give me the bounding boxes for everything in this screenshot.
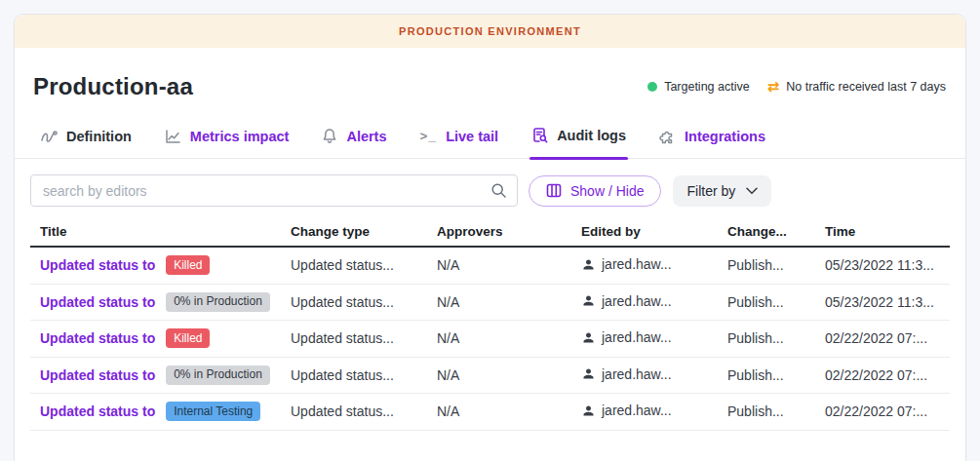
audit-entry-link[interactable]: Updated status to xyxy=(40,403,155,419)
status-badge: Killed xyxy=(166,255,210,275)
tab-live-tail[interactable]: >_ Live tail xyxy=(420,129,499,158)
tab-metrics-impact[interactable]: Metrics impact xyxy=(165,129,290,158)
change-cell: Publish... xyxy=(718,403,815,419)
person-icon xyxy=(581,330,596,345)
traffic-status: ⇄ No traffic received last 7 days xyxy=(767,80,946,95)
audit-entry-link[interactable]: Updated status to xyxy=(40,366,155,382)
table-row[interactable]: Updated status to Killed Updated status.… xyxy=(30,321,950,358)
change-type-cell: Updated status... xyxy=(281,403,427,419)
status-badge: Killed xyxy=(166,328,210,348)
columns-icon xyxy=(546,183,562,198)
tab-bar: Definition Metrics impact Alerts >_ Live… xyxy=(15,100,965,159)
audit-log-icon xyxy=(531,127,548,144)
time-cell: 02/22/2022 07:... xyxy=(815,367,950,383)
tab-label: Metrics impact xyxy=(190,129,290,144)
scribble-icon xyxy=(40,129,58,144)
edited-by-value: jared.haw... xyxy=(602,256,672,272)
puzzle-icon xyxy=(659,128,676,144)
edited-by-value: jared.haw... xyxy=(602,403,672,418)
status-indicators: Targeting active ⇄ No traffic received l… xyxy=(647,80,946,95)
column-header-title[interactable]: Title xyxy=(30,224,281,239)
tab-integrations[interactable]: Integrations xyxy=(659,128,765,158)
approvers-cell: N/A xyxy=(427,294,571,310)
traffic-status-label: No traffic received last 7 days xyxy=(786,80,946,94)
table-body: Updated status to Killed Updated status.… xyxy=(30,248,950,431)
tab-definition[interactable]: Definition xyxy=(40,129,132,158)
edited-by-cell: jared.haw... xyxy=(571,256,718,275)
chevron-down-icon xyxy=(746,187,758,195)
tab-label: Audit logs xyxy=(557,128,626,143)
approvers-cell: N/A xyxy=(427,367,571,383)
page-header: Production-aa Targeting active ⇄ No traf… xyxy=(15,48,965,100)
tab-audit-logs[interactable]: Audit logs xyxy=(531,127,626,158)
change-type-cell: Updated status... xyxy=(281,330,427,346)
edited-by-value: jared.haw... xyxy=(602,293,672,309)
title-cell: Updated status to Internal Testing xyxy=(30,402,281,421)
traffic-arrows-icon: ⇄ xyxy=(767,80,780,95)
change-cell: Publish... xyxy=(718,257,815,273)
line-chart-icon xyxy=(165,129,181,144)
time-cell: 05/23/2022 11:3... xyxy=(815,294,950,310)
table-row[interactable]: Updated status to Internal Testing Updat… xyxy=(30,394,950,431)
change-type-cell: Updated status... xyxy=(281,367,427,383)
show-hide-button[interactable]: Show / Hide xyxy=(529,175,661,207)
status-badge: 0% in Production xyxy=(166,365,270,385)
production-environment-banner: PRODUCTION ENVIRONMENT xyxy=(15,15,965,48)
audit-toolbar: Show / Hide Filter by xyxy=(30,174,946,207)
filter-by-label: Filter by xyxy=(686,183,735,199)
targeting-status-label: Targeting active xyxy=(664,80,750,94)
change-type-cell: Updated status... xyxy=(281,294,427,310)
approvers-cell: N/A xyxy=(427,403,571,419)
change-cell: Publish... xyxy=(718,330,815,346)
column-header-time[interactable]: Time xyxy=(815,224,950,239)
title-cell: Updated status to Killed xyxy=(30,328,281,348)
change-type-cell: Updated status... xyxy=(281,257,427,273)
banner-text: PRODUCTION ENVIRONMENT xyxy=(399,25,581,37)
search-wrap xyxy=(30,174,518,207)
tab-label: Alerts xyxy=(346,129,386,144)
table-header-row: Title Change type Approvers Edited by Ch… xyxy=(30,216,950,248)
change-cell: Publish... xyxy=(718,367,815,383)
time-cell: 02/22/2022 07:... xyxy=(815,330,950,346)
column-header-change[interactable]: Change... xyxy=(718,224,815,239)
tab-alerts[interactable]: Alerts xyxy=(322,128,386,158)
audit-log-table: Title Change type Approvers Edited by Ch… xyxy=(30,216,950,431)
person-icon xyxy=(581,293,596,308)
search-input[interactable] xyxy=(30,174,518,207)
time-cell: 02/22/2022 07:... xyxy=(815,403,950,419)
tab-label: Definition xyxy=(66,129,132,144)
table-row[interactable]: Updated status to Killed Updated status.… xyxy=(30,248,950,285)
column-header-approvers[interactable]: Approvers xyxy=(427,224,571,239)
title-cell: Updated status to Killed xyxy=(30,255,281,275)
edited-by-cell: jared.haw... xyxy=(571,329,718,348)
page-title: Production-aa xyxy=(33,73,193,100)
person-icon xyxy=(581,257,596,272)
table-row[interactable]: Updated status to 0% in Production Updat… xyxy=(30,285,950,322)
filter-by-button[interactable]: Filter by xyxy=(673,175,771,207)
column-header-change-type[interactable]: Change type xyxy=(281,224,427,239)
audit-entry-link[interactable]: Updated status to xyxy=(40,257,155,273)
tab-label: Live tail xyxy=(446,129,498,144)
tab-label: Integrations xyxy=(685,129,765,144)
environment-card: PRODUCTION ENVIRONMENT Production-aa Tar… xyxy=(14,14,966,461)
column-header-edited-by[interactable]: Edited by xyxy=(571,224,718,239)
audit-entry-link[interactable]: Updated status to xyxy=(40,293,155,309)
show-hide-label: Show / Hide xyxy=(570,183,644,199)
audit-entry-link[interactable]: Updated status to xyxy=(40,330,155,346)
terminal-icon: >_ xyxy=(420,130,438,144)
change-cell: Publish... xyxy=(718,294,815,310)
edited-by-cell: jared.haw... xyxy=(571,403,718,421)
edited-by-value: jared.haw... xyxy=(602,366,672,382)
table-row[interactable]: Updated status to 0% in Production Updat… xyxy=(30,358,950,395)
person-icon xyxy=(581,366,596,381)
approvers-cell: N/A xyxy=(427,257,571,273)
time-cell: 05/23/2022 11:3... xyxy=(815,257,950,273)
bell-icon xyxy=(322,128,337,144)
search-icon xyxy=(490,182,507,199)
status-badge: Internal Testing xyxy=(166,402,260,421)
status-badge: 0% in Production xyxy=(166,292,270,312)
title-cell: Updated status to 0% in Production xyxy=(30,292,281,312)
person-icon xyxy=(581,403,596,418)
targeting-status: Targeting active xyxy=(647,80,750,94)
edited-by-cell: jared.haw... xyxy=(571,366,718,385)
